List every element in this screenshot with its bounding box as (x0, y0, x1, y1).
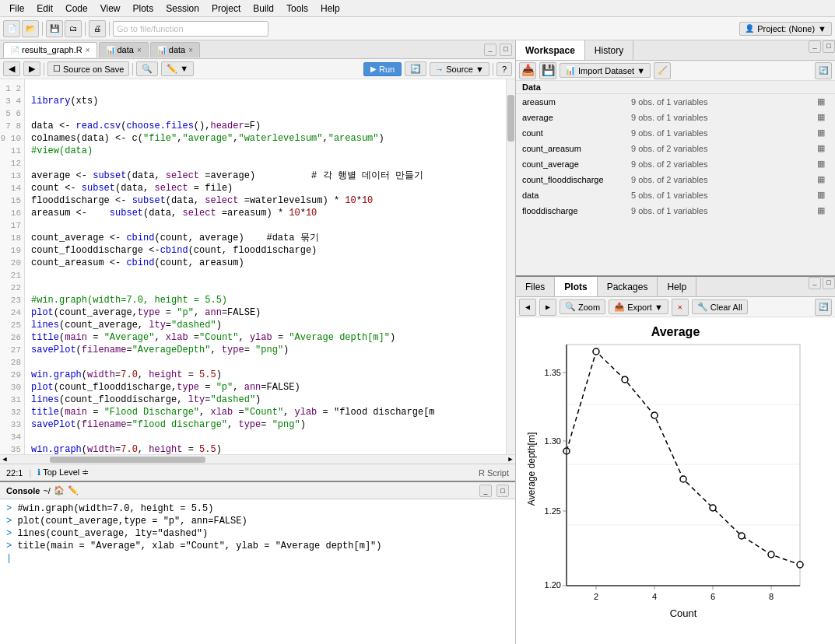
search-button[interactable]: 🔍 (136, 61, 158, 76)
editor-scrollbar-y[interactable] (506, 79, 515, 454)
menu-edit[interactable]: Edit (30, 2, 59, 16)
workspace-minimize-button[interactable]: _ (809, 40, 821, 53)
console-maximize-button[interactable]: □ (496, 485, 509, 497)
ws-view-icon[interactable]: ▦ (813, 190, 829, 200)
plots-minimize-button[interactable]: _ (809, 277, 821, 289)
ws-var-info: 9 obs. of 1 variables (631, 128, 813, 138)
editor-area: 📄 results_graph.R × 📊 data × 📊 data × _ … (0, 40, 515, 481)
ws-view-icon[interactable]: ▦ (813, 96, 829, 107)
right-panel: Workspace History _ □ 📥 💾 📊 Import Datas… (516, 40, 835, 644)
project-selector[interactable]: 👤 Project: (None) ▼ (739, 22, 832, 36)
menu-build[interactable]: Build (247, 2, 280, 16)
source-button[interactable]: → Source ▼ (430, 62, 489, 76)
menu-view[interactable]: View (94, 2, 127, 16)
menu-tools[interactable]: Tools (280, 2, 314, 16)
tab-data-1[interactable]: 📊 data × (99, 42, 149, 58)
scrollbar-track-x (19, 457, 496, 463)
back-button[interactable]: ◀ (3, 61, 20, 76)
workspace-row[interactable]: average 9 obs. of 1 variables ▦ (516, 110, 835, 125)
tab-files[interactable]: Files (516, 277, 555, 296)
ws-var-name: data (522, 191, 631, 200)
plots-delete-button[interactable]: ✕ (672, 299, 689, 316)
ws-view-icon[interactable]: ▦ (813, 128, 829, 138)
ws-view-icon[interactable]: ▦ (813, 159, 829, 169)
tab-plots[interactable]: Plots (555, 277, 597, 296)
ws-view-icon[interactable]: ▦ (813, 205, 829, 215)
workspace-save-button[interactable]: 💾 (539, 62, 556, 79)
ws-view-icon[interactable]: ▦ (813, 143, 829, 153)
workspace-load-button[interactable]: 📥 (519, 62, 536, 79)
print-button[interactable]: 🖨 (89, 20, 106, 37)
menu-project[interactable]: Project (205, 2, 247, 16)
code-editor: 1 2 3 4 5 6 7 8 9 10 11 12 13 14 15 16 1… (0, 79, 515, 454)
export-button[interactable]: 📤 Export ▼ (609, 299, 668, 314)
open-file-button[interactable]: 📂 (22, 20, 39, 37)
ws-var-name: count_flooddischarge (522, 175, 631, 184)
scroll-right-button[interactable]: ▶ (506, 455, 515, 464)
tab-data-2[interactable]: 📊 data × (150, 42, 200, 58)
ws-view-icon[interactable]: ▦ (813, 112, 829, 122)
new-file-button[interactable]: 📄 (3, 20, 20, 37)
workspace-row[interactable]: data 5 obs. of 1 variables ▦ (516, 187, 835, 203)
tab-results-graph[interactable]: 📄 results_graph.R × (3, 42, 97, 58)
workspace-row[interactable]: count_flooddischarge 9 obs. of 2 variabl… (516, 172, 835, 187)
import-dataset-button[interactable]: 📊 Import Dataset ▼ (560, 63, 651, 78)
run-button[interactable]: ▶ Run (363, 62, 402, 76)
tab-close-data2[interactable]: × (188, 46, 193, 54)
editor-minimize-button[interactable]: _ (484, 44, 496, 56)
tab-history[interactable]: History (585, 40, 633, 60)
console-content[interactable]: > #win.graph(width=7.0, height = 5.5)> p… (0, 499, 515, 644)
tab-packages[interactable]: Packages (598, 277, 658, 296)
save-button[interactable]: 💾 (46, 20, 63, 37)
workspace-row[interactable]: flooddischarge 9 obs. of 1 variables ▦ (516, 203, 835, 219)
function-search[interactable]: Go to file/function (113, 21, 268, 37)
editor-maximize-button[interactable]: □ (500, 44, 512, 56)
tab-close-results[interactable]: × (86, 46, 90, 54)
plots-maximize-button[interactable]: □ (823, 277, 835, 289)
ws-view-icon[interactable]: ▦ (813, 174, 829, 184)
workspace-refresh-button[interactable]: 🔄 (815, 62, 832, 79)
menu-file[interactable]: File (3, 2, 30, 16)
workspace-tabs: Workspace History _ □ (516, 40, 835, 61)
workspace-row[interactable]: count_average 9 obs. of 2 variables ▦ (516, 156, 835, 172)
workspace-row[interactable]: areasum 9 obs. of 1 variables ▦ (516, 94, 835, 110)
level-arrow: ≑ (82, 467, 89, 477)
zoom-label: Zoom (578, 303, 600, 312)
ws-var-info: 9 obs. of 2 variables (631, 144, 813, 153)
svg-point-25 (593, 348, 599, 355)
workspace-section-data: Data (516, 81, 835, 94)
menu-code[interactable]: Code (59, 2, 94, 16)
workspace-row[interactable]: count 9 obs. of 1 variables ▦ (516, 125, 835, 141)
zoom-button[interactable]: 🔍 Zoom (560, 299, 605, 314)
tab-workspace[interactable]: Workspace (516, 40, 585, 60)
code-content[interactable]: library(xts) data <- read.csv(choose.fil… (25, 79, 506, 454)
svg-text:8: 8 (769, 592, 774, 601)
console-minimize-button[interactable]: _ (479, 485, 492, 497)
ws-var-info: 9 obs. of 1 variables (631, 206, 813, 215)
plots-refresh-button[interactable]: 🔄 (815, 299, 832, 316)
cursor-position: 22:1 (6, 468, 23, 478)
edit-button[interactable]: ✏️ ▼ (161, 61, 194, 76)
editor-scrollbar-x[interactable]: ◀ ▶ (0, 454, 515, 464)
plots-back-button[interactable]: ◀ (519, 299, 536, 316)
help-button[interactable]: ? (496, 62, 512, 76)
save-all-button[interactable]: 🗂 (65, 20, 82, 37)
forward-button[interactable]: ▶ (23, 61, 40, 76)
scrollbar-thumb-x (50, 457, 205, 463)
tab-close-data1[interactable]: × (137, 46, 142, 54)
editor-toolbar: ◀ ▶ ☐ Source on Save 🔍 ✏️ ▼ ▶ Run 🔄 → (0, 59, 515, 79)
clear-all-button[interactable]: 🔧 Clear All (692, 299, 748, 314)
workspace-maximize-button[interactable]: □ (823, 40, 835, 53)
source-on-save-checkbox[interactable]: ☐ Source on Save (47, 61, 129, 76)
scroll-left-button[interactable]: ◀ (0, 455, 9, 464)
console-edit-icon[interactable]: ✏️ (68, 485, 79, 495)
menu-plots[interactable]: Plots (127, 2, 160, 16)
toolbar-separator-2 (85, 22, 86, 36)
workspace-clear-button[interactable]: 🧹 (654, 62, 671, 79)
workspace-row[interactable]: count_areasum 9 obs. of 2 variables ▦ (516, 141, 835, 156)
plots-forward-button[interactable]: ▶ (539, 299, 556, 316)
tab-help[interactable]: Help (658, 277, 696, 296)
menu-help[interactable]: Help (314, 2, 346, 16)
menu-session[interactable]: Session (160, 2, 205, 16)
re-run-button[interactable]: 🔄 (405, 61, 426, 76)
